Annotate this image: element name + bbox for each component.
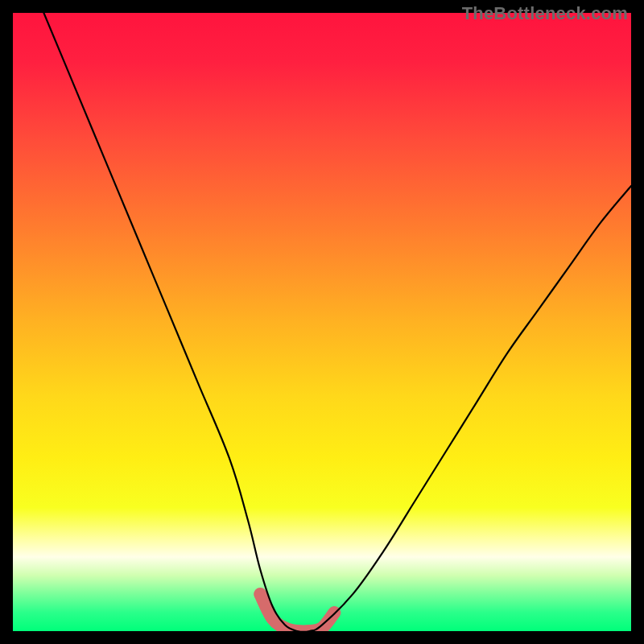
bottleneck-curve [43, 13, 631, 631]
optimal-range-highlight [260, 594, 334, 631]
watermark-text: TheBottleneck.com [462, 3, 628, 24]
curve-layer [13, 13, 631, 631]
chart-frame: TheBottleneck.com [0, 0, 644, 644]
plot-area [13, 13, 631, 631]
